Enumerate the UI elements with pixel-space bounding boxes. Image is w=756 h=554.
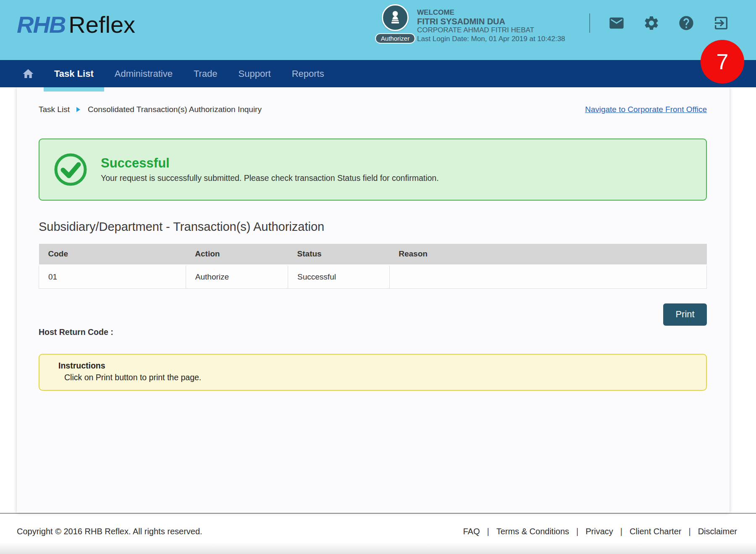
col-header-reason: Reason <box>389 244 706 265</box>
user-profile: Authorizer WELCOME FITRI SYSADMIN DUA CO… <box>374 3 565 44</box>
breadcrumb-row: Task List Consolidated Transaction(s) Au… <box>39 87 707 114</box>
breadcrumb: Task List Consolidated Transaction(s) Au… <box>39 105 262 114</box>
breadcrumb-task-list[interactable]: Task List <box>39 105 70 114</box>
welcome-label: WELCOME <box>417 8 565 17</box>
footer-links: FAQ | Terms & Conditions | Privacy | Cli… <box>463 527 737 554</box>
alert-message: Your request is successfully submitted. … <box>101 173 439 183</box>
user-stamp-icon <box>386 9 404 26</box>
app-header: RHBReflex Authorizer WELCOME FITRI SYSAD… <box>0 0 756 60</box>
separator: | <box>576 527 578 536</box>
logout-icon[interactable] <box>713 15 730 31</box>
cell-status: Successful <box>288 265 390 288</box>
footer-link-disclaimer[interactable]: Disclaimer <box>698 527 737 536</box>
main-nav: Task List Administrative Trade Support R… <box>0 60 756 87</box>
nav-item-support[interactable]: Support <box>228 60 281 87</box>
separator: | <box>487 527 489 536</box>
logo-rhb: RHB <box>17 11 65 38</box>
logo-reflex: Reflex <box>68 11 135 38</box>
notification-count: 7 <box>717 49 729 74</box>
cell-action: Authorize <box>186 265 288 288</box>
rhb-reflex-logo[interactable]: RHBReflex <box>17 11 135 38</box>
avatar-column: Authorizer <box>374 3 416 44</box>
table-header: Code Action Status Reason <box>39 244 707 265</box>
company-name: CORPORATE AHMAD FITRI HEBAT <box>417 26 565 34</box>
nav-item-task-list[interactable]: Task List <box>44 60 104 87</box>
nav-home[interactable] <box>21 68 35 80</box>
alert-text: Successful Your request is successfully … <box>101 156 439 183</box>
settings-icon[interactable] <box>643 15 660 31</box>
copyright: Copyright © 2016 RHB Reflex. All rights … <box>17 527 202 554</box>
separator: | <box>620 527 622 536</box>
section-title: Subsidiary/Department - Transaction(s) A… <box>39 220 707 234</box>
page-footer: Copyright © 2016 RHB Reflex. All rights … <box>0 513 756 554</box>
breadcrumb-arrow-icon <box>76 107 80 112</box>
alert-title: Successful <box>101 156 439 170</box>
instructions-box: Instructions Click on Print button to pr… <box>39 354 707 391</box>
host-return-code-label: Host Return Code : <box>39 327 707 337</box>
col-header-action: Action <box>186 244 288 265</box>
print-row: Print <box>39 303 707 326</box>
col-header-status: Status <box>288 244 390 265</box>
instructions-title: Instructions <box>58 361 698 371</box>
help-icon[interactable] <box>678 15 695 31</box>
home-icon <box>22 68 34 80</box>
role-badge: Authorizer <box>375 33 415 44</box>
divider <box>589 13 590 33</box>
nav-label: Task List <box>54 68 94 79</box>
separator: | <box>688 527 690 536</box>
last-login: Last Login Date: Mon, 01 Apr 2019 at 10:… <box>417 34 565 43</box>
print-button[interactable]: Print <box>663 303 707 326</box>
nav-item-reports[interactable]: Reports <box>281 60 335 87</box>
success-alert: Successful Your request is successfully … <box>39 138 707 201</box>
authorization-table: Code Action Status Reason 01 Authorize S… <box>39 244 707 289</box>
breadcrumb-current: Consolidated Transaction(s) Authorizatio… <box>88 105 262 114</box>
col-header-code: Code <box>39 244 186 265</box>
nav-label: Reports <box>292 68 324 79</box>
notification-badge[interactable]: 7 <box>701 40 744 84</box>
cell-code: 01 <box>39 265 186 288</box>
content-panel: Task List Consolidated Transaction(s) Au… <box>17 87 730 513</box>
navigate-corporate-front-office-link[interactable]: Navigate to Corporate Front Office <box>585 105 707 114</box>
footer-link-client-charter[interactable]: Client Charter <box>630 527 681 536</box>
welcome-block: WELCOME FITRI SYSADMIN DUA CORPORATE AHM… <box>417 3 565 44</box>
mail-icon[interactable] <box>608 15 625 31</box>
nav-item-administrative[interactable]: Administrative <box>104 60 183 87</box>
nav-label: Administrative <box>115 68 173 79</box>
user-name: FITRI SYSADMIN DUA <box>417 17 565 26</box>
instructions-body: Click on Print button to print the page. <box>58 373 698 382</box>
nav-label: Support <box>239 68 271 79</box>
avatar <box>382 4 409 31</box>
footer-link-privacy[interactable]: Privacy <box>585 527 613 536</box>
success-check-icon <box>53 152 88 187</box>
cell-reason <box>389 265 706 288</box>
nav-label: Trade <box>194 68 218 79</box>
table-row: 01 Authorize Successful <box>39 265 707 288</box>
footer-link-faq[interactable]: FAQ <box>463 527 480 536</box>
nav-item-trade[interactable]: Trade <box>183 60 228 87</box>
header-icons <box>589 13 730 33</box>
footer-link-terms[interactable]: Terms & Conditions <box>496 527 569 536</box>
active-tab-indicator <box>44 87 104 91</box>
